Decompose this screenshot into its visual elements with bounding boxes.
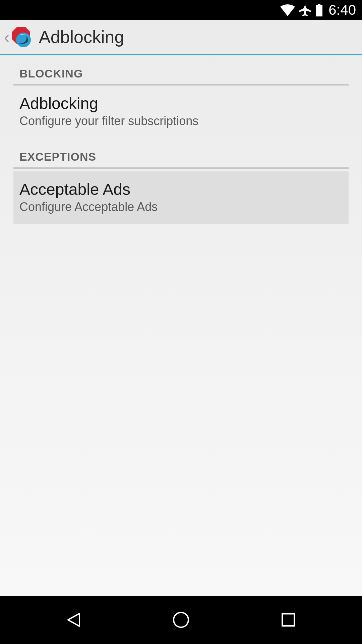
status-bar: 6:40 [0,0,362,20]
back-chevron-icon: ‹ [4,28,9,46]
nav-back-button[interactable] [62,608,85,632]
list-item-acceptable-ads[interactable]: Acceptable Ads Configure Acceptable Ads [13,171,349,224]
section-header-blocking: BLOCKING [13,55,349,86]
nav-recent-button[interactable] [277,608,300,632]
list-item-subtitle: Configure Acceptable Ads [19,200,343,214]
battery-icon [315,4,323,16]
page-title: Adblocking [39,27,124,47]
svg-point-4 [174,612,188,627]
app-icon [10,26,32,48]
navigation-bar [0,596,362,644]
list-item-adblocking[interactable]: Adblocking Configure your filter subscri… [13,86,349,138]
status-time: 6:40 [328,2,356,18]
airplane-icon [298,3,312,17]
list-item-title: Acceptable Ads [19,180,343,199]
wifi-icon [280,4,295,16]
svg-point-3 [16,33,31,47]
nav-home-button[interactable] [169,608,193,632]
svg-rect-1 [316,5,322,16]
list-item-subtitle: Configure your filter subscriptions [19,114,343,128]
svg-rect-0 [318,4,320,5]
content-area: BLOCKING Adblocking Configure your filte… [0,55,362,596]
back-button[interactable]: ‹ [3,26,39,48]
list-item-title: Adblocking [19,94,343,113]
section-header-exceptions: EXCEPTIONS [13,138,349,169]
app-bar: ‹ Adblocking [0,20,362,55]
svg-rect-5 [282,614,294,626]
